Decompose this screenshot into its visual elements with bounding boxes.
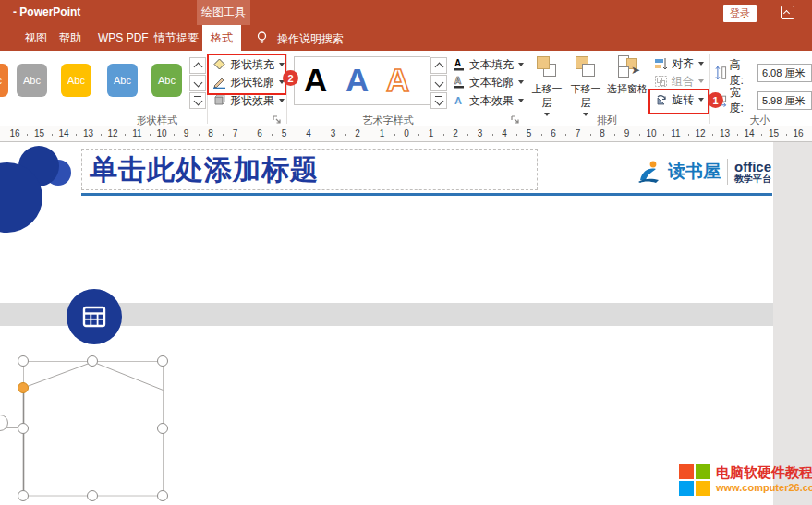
ruler-number: 6 xyxy=(551,128,556,138)
ruler-tick xyxy=(150,134,151,136)
ruler-tick xyxy=(272,134,273,136)
menu-tab-4[interactable]: 情节提要 xyxy=(146,25,207,51)
height-icon xyxy=(715,66,727,80)
ruler-number: 8 xyxy=(208,128,213,138)
ruler-tick xyxy=(125,134,126,136)
watermark: 电脑软硬件教程网 www.computer26.com xyxy=(679,464,812,496)
wordart-more-icon[interactable] xyxy=(430,92,447,109)
svg-text:A: A xyxy=(454,76,461,86)
width-label: 宽度: xyxy=(730,85,754,116)
menu-tab-5[interactable]: 格式 xyxy=(202,25,241,51)
handle-bottom-right[interactable] xyxy=(157,490,168,501)
ruler-number: 0 xyxy=(404,128,409,138)
ruler-tick xyxy=(541,134,542,136)
menu-tab-1[interactable]: 视图 xyxy=(17,25,55,51)
wordart-up-icon[interactable] xyxy=(430,57,447,74)
shape-style-preset-3[interactable]: Abc xyxy=(61,64,91,97)
ruler-tick xyxy=(614,134,615,136)
shape-style-preset-2[interactable]: Abc xyxy=(17,64,47,97)
ruler-number: 3 xyxy=(478,128,483,138)
ruler-tick xyxy=(737,134,738,136)
ruler-number: 2 xyxy=(453,128,458,138)
ruler-tick xyxy=(199,134,200,136)
svg-text:A: A xyxy=(454,95,462,106)
selection-pane-button[interactable]: ➤ 选择窗格 xyxy=(606,54,648,96)
gallery-down-icon[interactable] xyxy=(189,75,206,91)
text-outline-button[interactable]: A 文本轮廓 xyxy=(452,74,524,90)
ruler-tick xyxy=(418,134,419,136)
group-label-arrange: 排列 xyxy=(528,114,685,127)
shape-style-preset-4[interactable]: Abc xyxy=(107,64,138,97)
ruler-number: 3 xyxy=(331,128,336,138)
svg-text:A: A xyxy=(454,58,461,68)
ruler-tick xyxy=(52,134,53,136)
ruler-tick xyxy=(712,134,713,136)
wordart-style-1[interactable]: A xyxy=(304,60,327,101)
ruler-number: 13 xyxy=(83,128,93,138)
ruler-tick xyxy=(394,134,395,136)
ruler-number: 14 xyxy=(744,128,754,138)
handle-top-mid[interactable] xyxy=(87,355,98,367)
ruler-tick xyxy=(786,134,787,136)
ruler-number: 11 xyxy=(671,128,680,138)
ruler-tick xyxy=(761,134,762,136)
height-input[interactable]: 6.08 厘米 xyxy=(757,64,812,82)
wordart-style-3[interactable]: A xyxy=(386,60,409,101)
width-field-row: 宽度: 5.98 厘米 xyxy=(715,85,812,116)
shape-styles-dialog-launcher-icon[interactable] xyxy=(272,114,282,125)
handle-bottom-left[interactable] xyxy=(18,490,29,501)
width-input[interactable]: 5.98 厘米 xyxy=(757,91,812,110)
group-icon xyxy=(654,75,668,88)
ruler-number: 4 xyxy=(306,128,311,138)
handle-adjust[interactable] xyxy=(18,382,29,393)
separator xyxy=(527,54,527,124)
gallery-more-icon[interactable] xyxy=(189,92,206,109)
handle-mid-left[interactable] xyxy=(18,423,29,434)
text-effects-button[interactable]: A 文本效果 xyxy=(452,92,524,109)
ruler-tick xyxy=(248,134,248,136)
align-icon xyxy=(654,57,668,70)
wordart-style-2[interactable]: A xyxy=(345,60,369,101)
handle-bottom-mid[interactable] xyxy=(87,490,98,501)
text-fill-button[interactable]: A 文本填充 xyxy=(452,56,524,73)
handle-top-right[interactable] xyxy=(157,355,168,367)
send-backward-button[interactable]: 下移一层 xyxy=(567,54,604,116)
ruler-tick xyxy=(590,134,591,136)
ruler-number: 16 xyxy=(793,128,803,138)
group-button[interactable]: 组合 xyxy=(654,73,704,90)
gallery-scroll xyxy=(189,57,205,110)
handle-top-left[interactable] xyxy=(18,355,29,367)
bring-forward-button[interactable]: 上移一层 xyxy=(528,54,565,116)
ribbon-display-options-icon[interactable] xyxy=(781,6,794,19)
gallery-up-icon[interactable] xyxy=(189,57,206,74)
ruler-number: 4 xyxy=(502,128,507,138)
handle-mid-right[interactable] xyxy=(157,423,168,434)
wordart-gallery[interactable]: AAA xyxy=(294,56,430,105)
ribbon: AbcAbcAbcAbcAbc 形状填充 形状轮廓 xyxy=(0,51,812,127)
shape-style-preset-1[interactable]: Abc xyxy=(0,64,8,97)
ruler-tick xyxy=(27,134,28,136)
ruler-tick xyxy=(688,134,689,136)
annotation-box-2 xyxy=(207,54,286,95)
tell-me-search[interactable]: 操作说明搜索 xyxy=(277,31,344,47)
brand-name: 读书屋 xyxy=(668,160,721,184)
contextual-tab-drawing-tools[interactable]: 绘图工具 xyxy=(197,0,250,25)
ruler-tick xyxy=(565,134,566,136)
ruler-tick xyxy=(345,134,346,136)
menubar: 视图帮助WPS PDF情节提要格式 操作说明搜索 xyxy=(0,25,812,51)
ruler-number: 1 xyxy=(429,128,434,138)
align-button[interactable]: 对齐 xyxy=(654,55,704,72)
titlebar: - PowerPoint 绘图工具 登录 xyxy=(0,0,812,25)
slide-canvas[interactable]: 单击此处添加标题 读书屋 office 教学平台 xyxy=(0,142,812,505)
text-effects-icon: A xyxy=(452,94,466,107)
login-button[interactable]: 登录 xyxy=(723,5,757,22)
wordart-down-icon[interactable] xyxy=(430,75,447,91)
horizontal-ruler[interactable]: 1615141312111098765432101234567891011121… xyxy=(0,126,812,142)
shape-style-preset-5[interactable]: Abc xyxy=(151,64,182,97)
menu-tab-2[interactable]: 帮助 xyxy=(51,25,90,51)
ruler-number: 2 xyxy=(355,128,360,138)
ruler-tick xyxy=(101,134,102,136)
wordart-dialog-launcher-icon[interactable] xyxy=(510,114,520,125)
selected-shape-outline xyxy=(0,142,203,505)
tell-me-lightbulb-icon xyxy=(255,30,269,44)
